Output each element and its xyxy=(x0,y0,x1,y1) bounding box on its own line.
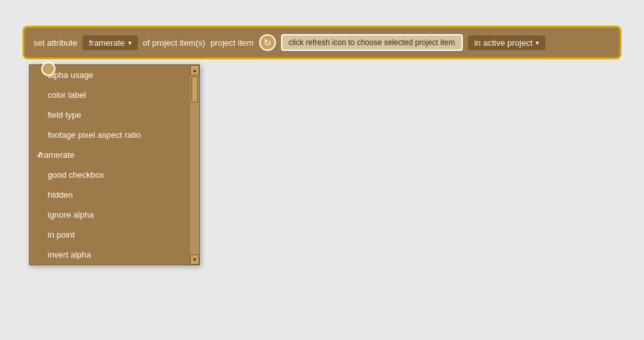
chevron-down-icon-2: ▾ xyxy=(536,39,539,46)
dropdown-item[interactable]: hidden xyxy=(30,185,190,205)
scroll-up-button[interactable]: ▲ xyxy=(190,65,199,75)
dropdown-item[interactable]: invert alpha xyxy=(30,245,190,265)
active-project-label: in active project xyxy=(474,38,532,48)
refresh-button[interactable]: ↻ xyxy=(259,34,276,51)
dropdown-item[interactable]: ignore alpha xyxy=(30,205,190,225)
info-text: click refresh icon to choose selected pr… xyxy=(289,38,455,47)
set-attribute-label: set attribute xyxy=(34,38,77,48)
active-project-dropdown-button[interactable]: in active project ▾ xyxy=(468,35,545,50)
scroll-down-button[interactable]: ▼ xyxy=(190,254,199,265)
dropdown-item[interactable]: good checkbox xyxy=(30,165,190,185)
dropdown-item[interactable]: color label xyxy=(30,85,190,105)
info-box: click refresh icon to choose selected pr… xyxy=(281,34,463,51)
dropdown-item[interactable]: footage pixel aspect ratio xyxy=(30,125,190,145)
scrollbar-track: ▲ ▼ xyxy=(190,65,199,265)
attribute-dropdown-menu: alpha usagecolor labelfield typefootage … xyxy=(29,64,200,265)
dropdown-scroll-container: alpha usagecolor labelfield typefootage … xyxy=(30,65,199,265)
attribute-dropdown-button[interactable]: framerate ▾ xyxy=(83,35,138,50)
attribute-dropdown-label: framerate xyxy=(89,38,125,48)
dropdown-item[interactable]: field type xyxy=(30,105,190,125)
node-bar: set attribute framerate ▾ of project ite… xyxy=(23,26,621,59)
dropdown-item[interactable]: framerate xyxy=(30,145,190,165)
chevron-down-icon: ▾ xyxy=(128,39,132,46)
avatar xyxy=(41,62,55,76)
dropdown-list: alpha usagecolor labelfield typefootage … xyxy=(30,65,190,265)
main-container: set attribute framerate ▾ of project ite… xyxy=(0,0,644,340)
of-project-label: of project item(s) xyxy=(143,38,206,48)
project-item-label: project item xyxy=(210,38,253,48)
refresh-icon: ↻ xyxy=(264,37,271,48)
dropdown-item[interactable]: in point xyxy=(30,225,190,245)
scrollbar-thumb[interactable] xyxy=(191,77,198,102)
